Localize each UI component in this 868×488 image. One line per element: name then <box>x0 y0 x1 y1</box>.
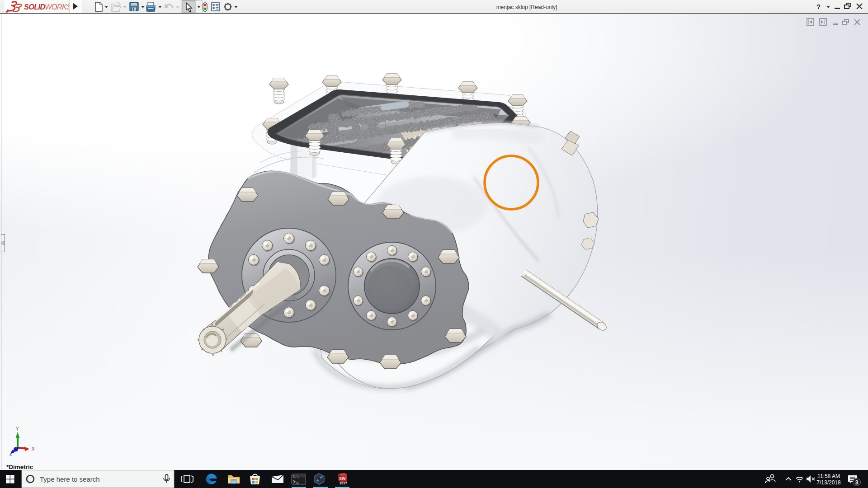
svg-text:11:58 AM: 11:58 AM <box>817 473 840 479</box>
svg-text:SW: SW <box>339 476 346 481</box>
svg-text:Type here to search: Type here to search <box>40 475 100 483</box>
svg-text:Z: Z <box>9 451 12 456</box>
svg-text:7/13/2018: 7/13/2018 <box>816 479 841 486</box>
svg-text:3: 3 <box>855 479 859 486</box>
svg-text:X: X <box>32 446 35 451</box>
svg-text:C:\_: C:\_ <box>293 475 300 479</box>
svg-text:2017: 2017 <box>340 481 347 485</box>
svg-text:Y: Y <box>16 427 19 432</box>
